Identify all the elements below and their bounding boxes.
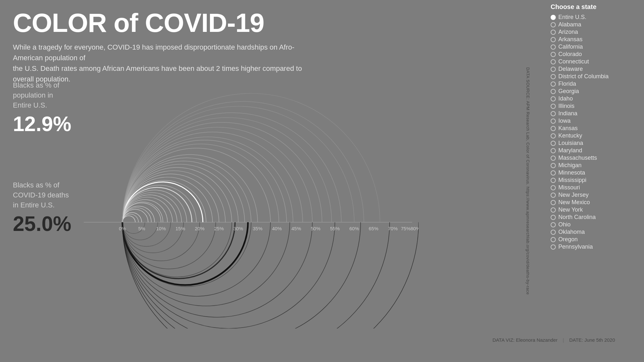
svg-text:55%: 55% (330, 226, 340, 231)
state-name: New Jersey (558, 192, 589, 198)
state-item-florida[interactable]: Florida (551, 81, 618, 87)
state-item-colorado[interactable]: Colorado (551, 51, 618, 58)
state-name: Louisiana (558, 140, 583, 147)
sidebar: Choose a state Entire U.S.AlabamaArizona… (551, 3, 618, 251)
state-item-kentucky[interactable]: Kentucky (551, 132, 618, 139)
chart-area: 0% 5% 10% 15% 20% 25% 30% 35% 40% 45% 50… (64, 64, 419, 329)
state-radio (551, 237, 556, 242)
state-item-new-jersey[interactable]: New Jersey (551, 192, 618, 198)
state-radio (551, 126, 556, 131)
svg-text:30%: 30% (233, 226, 243, 231)
state-name: District of Columbia (558, 73, 609, 80)
stat-deaths: Blacks as % ofCOVID-19 deathsin Entire U… (13, 180, 71, 236)
state-name: Arkansas (558, 36, 582, 43)
svg-text:70%: 70% (388, 226, 398, 231)
state-name: Kansas (558, 125, 578, 132)
state-radio (551, 111, 556, 116)
state-radio (551, 133, 556, 138)
date-label: DATE: June 5th 2020 (569, 337, 615, 343)
state-radio (551, 59, 556, 64)
state-radio (551, 52, 556, 57)
state-name: Illinois (558, 103, 574, 110)
state-item-kansas[interactable]: Kansas (551, 125, 618, 132)
state-radio (551, 141, 556, 146)
state-radio (551, 244, 556, 250)
state-item-missouri[interactable]: Missouri (551, 184, 618, 191)
vertical-attribution: DATA SOURCE: APM Research Lab, Color of … (525, 67, 530, 295)
state-name: Oklahoma (558, 229, 585, 235)
state-item-oregon[interactable]: Oregon (551, 236, 618, 243)
state-radio (551, 89, 556, 94)
state-item-massachusetts[interactable]: Massachusetts (551, 155, 618, 161)
state-item-idaho[interactable]: Idaho (551, 95, 618, 102)
deaths-label: Blacks as % ofCOVID-19 deathsin Entire U… (13, 180, 71, 210)
state-item-california[interactable]: California (551, 43, 618, 50)
state-name: Kentucky (558, 132, 582, 139)
stat-population: Blacks as % ofpopulation inEntire U.S. 1… (13, 81, 71, 136)
state-item-minnesota[interactable]: Minnesota (551, 169, 618, 176)
state-radio (551, 104, 556, 109)
state-name: Iowa (558, 118, 571, 124)
state-item-illinois[interactable]: Illinois (551, 103, 618, 110)
state-name: Indiana (558, 110, 577, 117)
svg-text:15%: 15% (175, 226, 185, 231)
state-item-iowa[interactable]: Iowa (551, 118, 618, 124)
state-name: New York (558, 206, 583, 213)
state-item-maryland[interactable]: Maryland (551, 147, 618, 154)
svg-text:75%: 75% (401, 226, 411, 231)
state-item-michigan[interactable]: Michigan (551, 162, 618, 169)
state-name: Delaware (558, 66, 583, 72)
state-item-new-mexico[interactable]: New Mexico (551, 199, 618, 206)
state-item-alabama[interactable]: Alabama (551, 21, 618, 28)
state-item-north-carolina[interactable]: North Carolina (551, 214, 618, 221)
state-item-entire-u.s.[interactable]: Entire U.S. (551, 14, 618, 21)
state-name: Massachusetts (558, 155, 597, 161)
population-label: Blacks as % ofpopulation inEntire U.S. (13, 81, 71, 110)
svg-text:40%: 40% (272, 226, 282, 231)
state-radio (551, 163, 556, 168)
state-radio (551, 81, 556, 87)
state-item-ohio[interactable]: Ohio (551, 221, 618, 228)
state-name: Missouri (558, 184, 580, 191)
state-item-pennsylvania[interactable]: Pennsylvania (551, 243, 618, 250)
state-name: Oregon (558, 236, 578, 243)
svg-text:65%: 65% (369, 226, 378, 231)
state-item-arizona[interactable]: Arizona (551, 29, 618, 35)
state-item-new-york[interactable]: New York (551, 206, 618, 213)
data-viz-name: DATA VIZ: Eleonora Nazander (492, 337, 557, 343)
state-name: Arizona (558, 29, 578, 35)
state-radio (551, 148, 556, 153)
svg-text:45%: 45% (291, 226, 301, 231)
data-viz-credit: DATA VIZ: Eleonora Nazander | DATE: June… (492, 337, 615, 343)
state-item-district-of-columbia[interactable]: District of Columbia (551, 73, 618, 80)
state-name: Michigan (558, 162, 582, 169)
state-item-georgia[interactable]: Georgia (551, 88, 618, 95)
state-name: Pennsylvania (558, 243, 593, 250)
state-radio (551, 74, 556, 79)
state-name: Alabama (558, 21, 581, 28)
state-name: Entire U.S. (558, 14, 586, 21)
state-item-connecticut[interactable]: Connecticut (551, 58, 618, 65)
state-name: Georgia (558, 88, 579, 95)
svg-text:50%: 50% (311, 226, 320, 231)
state-name: Colorado (558, 51, 582, 58)
state-item-mississippi[interactable]: Mississippi (551, 177, 618, 184)
state-radio (551, 185, 556, 190)
state-radio (551, 230, 556, 235)
svg-text:80%: 80% (411, 226, 419, 231)
state-radio (551, 119, 556, 124)
state-item-arkansas[interactable]: Arkansas (551, 36, 618, 43)
state-radio (551, 37, 556, 42)
state-item-oklahoma[interactable]: Oklahoma (551, 229, 618, 235)
state-name: Minnesota (558, 169, 585, 176)
state-item-delaware[interactable]: Delaware (551, 66, 618, 72)
deaths-value: 25.0% (13, 212, 71, 236)
state-item-louisiana[interactable]: Louisiana (551, 140, 618, 147)
state-name: New Mexico (558, 199, 590, 206)
state-radio (551, 156, 556, 161)
state-name: Ohio (558, 221, 571, 228)
svg-text:0%: 0% (119, 226, 126, 231)
state-radio (551, 30, 556, 35)
state-name: California (558, 43, 583, 50)
state-item-indiana[interactable]: Indiana (551, 110, 618, 117)
